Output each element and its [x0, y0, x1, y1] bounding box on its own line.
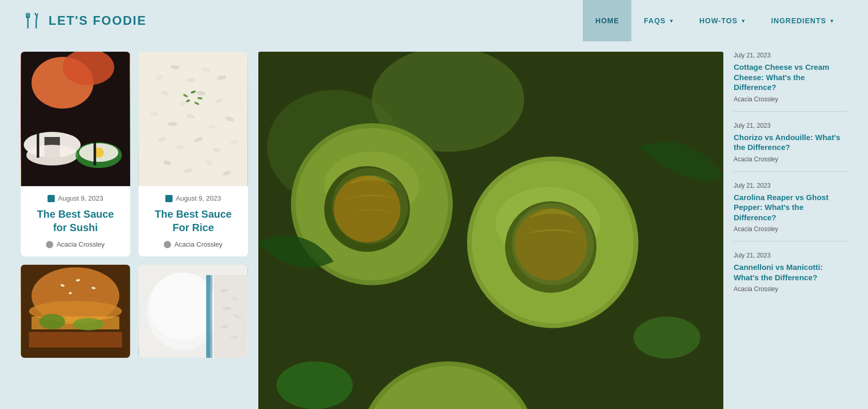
article-card-sushi[interactable]: August 9, 2023 The Best Sauce for Sushi …: [21, 52, 130, 256]
header: LET'S FOODIE HOME FAQS ▼ HOW-TOS ▼ INGRE…: [0, 0, 868, 41]
calendar-icon: [165, 195, 173, 202]
brussels-sprouts-image: [258, 52, 723, 409]
svg-rect-61: [210, 275, 212, 358]
burger-svg: [21, 265, 130, 358]
calendar-icon: [48, 195, 55, 202]
sidebar-item-1: July 21, 2023 Cottage Cheese vs Cream Ch…: [734, 52, 847, 112]
svg-point-51: [73, 318, 104, 330]
nav-faqs[interactable]: FAQS ▼: [631, 0, 687, 41]
author-icon: [46, 241, 53, 248]
brussels-svg: [258, 52, 723, 409]
card-body-rice: August 9, 2023 The Best Sauce For Rice A…: [138, 186, 248, 256]
main-container: August 9, 2023 The Best Sauce for Sushi …: [0, 41, 868, 409]
sushi-svg: [21, 52, 130, 186]
article-list: August 9, 2023 The Best Sauce for Sushi …: [21, 52, 248, 409]
article-title-sushi[interactable]: The Best Sauce for Sushi: [29, 207, 122, 234]
logo[interactable]: LET'S FOODIE: [21, 9, 147, 32]
svg-point-89: [334, 176, 400, 243]
nav-home[interactable]: HOME: [583, 0, 631, 41]
svg-point-92: [276, 361, 352, 409]
article-card-rice[interactable]: August 9, 2023 The Best Sauce For Rice A…: [138, 52, 248, 256]
sidebar-title-2[interactable]: Chorizo vs Andouille: What's the Differe…: [734, 132, 847, 153]
svg-point-0: [22, 10, 42, 31]
svg-rect-62: [214, 275, 247, 358]
card-author-rice: Acacia Crossley: [147, 240, 240, 248]
svg-point-90: [515, 208, 587, 280]
sushi-image: [21, 52, 130, 186]
sidebar-author-2: Acacia Crossley: [734, 156, 847, 163]
sidebar-title-1[interactable]: Cottage Cheese vs Cream Cheese: What's t…: [734, 62, 847, 93]
sidebar-item-3: July 21, 2023 Carolina Reaper vs Ghost P…: [734, 182, 847, 242]
sidebar-date-2: July 21, 2023: [734, 122, 847, 129]
rice-svg: [138, 52, 248, 186]
svg-rect-15: [37, 132, 39, 158]
featured-image[interactable]: [258, 52, 723, 409]
sidebar-item-2: July 21, 2023 Chorizo vs Andouille: What…: [734, 122, 847, 172]
article-card-rice2[interactable]: [138, 265, 248, 358]
top-article-row: August 9, 2023 The Best Sauce for Sushi …: [21, 52, 248, 256]
sidebar-date-4: July 21, 2023: [734, 252, 847, 259]
article-card-burger[interactable]: [21, 265, 130, 358]
chevron-down-icon: ▼: [669, 18, 674, 24]
logo-icon: [21, 9, 43, 32]
sidebar-author-4: Acacia Crossley: [734, 285, 847, 293]
svg-point-50: [39, 314, 65, 329]
sidebar-title-4[interactable]: Cannelloni vs Manicotti: What's the Diff…: [734, 262, 847, 282]
main-nav: HOME FAQS ▼ HOW-TOS ▼ INGREDIENTS ▼: [583, 0, 847, 41]
nav-home-label: HOME: [595, 17, 619, 25]
svg-rect-52: [29, 332, 122, 347]
svg-point-11: [26, 145, 78, 165]
sidebar-title-3[interactable]: Carolina Reaper vs Ghost Pepper: What's …: [734, 192, 847, 223]
sidebar-author-1: Acacia Crossley: [734, 96, 847, 103]
rice-image: [138, 52, 248, 186]
nav-ingredients-label: INGREDIENTS: [771, 17, 826, 25]
sidebar-date-1: July 21, 2023: [734, 52, 847, 59]
svg-rect-16: [94, 142, 96, 165]
nav-faqs-label: FAQS: [644, 17, 665, 25]
bottom-article-row: [21, 265, 248, 358]
logo-text: LET'S FOODIE: [49, 13, 147, 28]
nav-ingredients[interactable]: INGREDIENTS ▼: [758, 0, 847, 41]
card-date-rice: August 9, 2023: [147, 194, 240, 202]
sidebar: July 21, 2023 Cottage Cheese vs Cream Ch…: [734, 52, 847, 409]
card-author-sushi: Acacia Crossley: [29, 240, 122, 248]
chevron-down-icon: ▼: [829, 18, 835, 24]
nav-howtos[interactable]: HOW-TOS ▼: [687, 0, 758, 41]
sidebar-item-4: July 21, 2023 Cannelloni vs Manicotti: W…: [734, 252, 847, 301]
sidebar-date-3: July 21, 2023: [734, 182, 847, 189]
rice2-svg: [138, 265, 248, 358]
sidebar-author-3: Acacia Crossley: [734, 225, 847, 233]
chevron-down-icon: ▼: [741, 18, 747, 24]
card-date-sushi: August 9, 2023: [29, 194, 122, 202]
nav-howtos-label: HOW-TOS: [699, 17, 737, 25]
svg-point-93: [633, 316, 700, 358]
card-body-sushi: August 9, 2023 The Best Sauce for Sushi …: [21, 186, 130, 256]
author-icon: [164, 241, 171, 248]
svg-rect-60: [206, 275, 210, 358]
article-title-rice[interactable]: The Best Sauce For Rice: [147, 207, 240, 234]
